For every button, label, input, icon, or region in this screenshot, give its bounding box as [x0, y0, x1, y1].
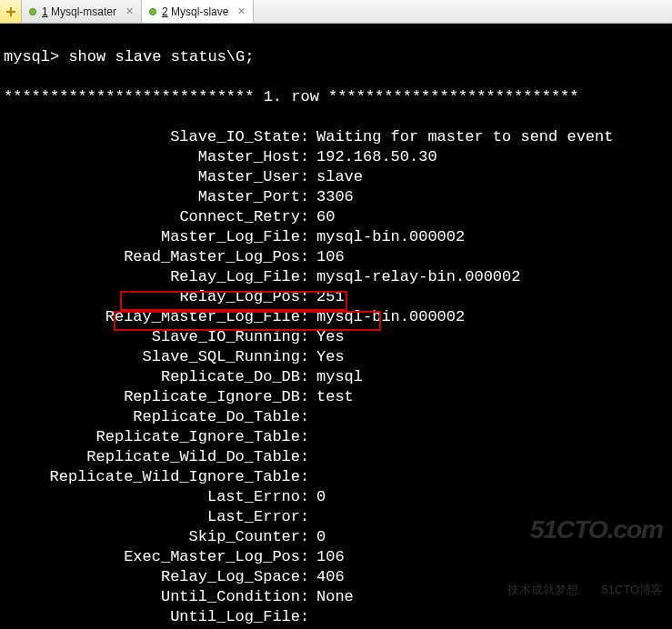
- close-icon[interactable]: ✕: [125, 5, 134, 17]
- field-value: [316, 427, 668, 447]
- field-value: [316, 507, 668, 527]
- status-row: Relay_Log_Space: 406: [4, 567, 668, 587]
- tab-label: Mysql-msater: [51, 5, 116, 18]
- status-row: Connect_Retry: 60: [4, 207, 668, 227]
- status-row: Replicate_Ignore_DB: test: [4, 387, 668, 407]
- field-key: Last_Error: [4, 507, 300, 527]
- field-value: 0: [316, 527, 668, 547]
- status-row: Master_Host: 192.168.50.30: [4, 147, 668, 167]
- status-row: Relay_Log_File: mysql-relay-bin.000002: [4, 267, 668, 287]
- field-value: [316, 447, 668, 467]
- field-key: Replicate_Do_DB: [4, 367, 300, 387]
- prompt: mysql>: [4, 48, 68, 65]
- field-value: test: [316, 387, 668, 407]
- field-key: Slave_IO_State: [4, 127, 300, 147]
- svg-rect-1: [6, 11, 15, 13]
- tab-mysql-master[interactable]: 1 Mysql-msater ✕: [22, 0, 142, 23]
- status-row: Replicate_Wild_Ignore_Table:: [4, 467, 668, 487]
- new-tab-button[interactable]: [0, 0, 22, 23]
- field-key: Replicate_Ignore_Table: [4, 427, 300, 447]
- terminal-output: mysql> show slave status\G; ************…: [0, 24, 672, 629]
- field-key: Slave_IO_Running: [4, 327, 300, 347]
- status-row: Relay_Master_Log_File: mysql-bin.000002: [4, 307, 668, 327]
- field-key: Master_Host: [4, 147, 300, 167]
- field-key: Relay_Log_File: [4, 267, 300, 287]
- field-value: Yes: [316, 327, 668, 347]
- field-key: Until_Log_File: [4, 607, 300, 627]
- status-row: Master_Port: 3306: [4, 187, 668, 207]
- status-row: Slave_SQL_Running: Yes: [4, 347, 668, 367]
- status-row: Master_Log_File: mysql-bin.000002: [4, 227, 668, 247]
- field-key: Exec_Master_Log_Pos: [4, 547, 300, 567]
- field-key: Replicate_Wild_Ignore_Table: [4, 467, 300, 487]
- field-value: Waiting for master to send event: [316, 127, 668, 147]
- status-dot-icon: [29, 8, 36, 15]
- field-value: slave: [316, 167, 668, 187]
- field-value: 3306: [316, 187, 668, 207]
- field-key: Read_Master_Log_Pos: [4, 247, 300, 267]
- field-key: Slave_SQL_Running: [4, 347, 300, 367]
- plus-icon: [5, 6, 16, 17]
- field-key: Replicate_Wild_Do_Table: [4, 447, 300, 467]
- row-separator: *************************** 1. row *****…: [4, 87, 668, 107]
- status-row: Replicate_Ignore_Table:: [4, 427, 668, 447]
- field-value: 106: [316, 247, 668, 267]
- field-value: None: [316, 587, 668, 607]
- field-value: mysql-bin.000002: [316, 227, 668, 247]
- tab-label: Mysql-slave: [171, 5, 228, 18]
- status-row: Skip_Counter: 0: [4, 527, 668, 547]
- status-row: Slave_IO_State: Waiting for master to se…: [4, 127, 668, 147]
- field-value: mysql: [316, 367, 668, 387]
- field-key: Master_Port: [4, 187, 300, 207]
- status-row: Until_Condition: None: [4, 587, 668, 607]
- field-value: mysql-relay-bin.000002: [316, 267, 668, 287]
- status-row: Until_Log_File:: [4, 607, 668, 627]
- field-key: Until_Condition: [4, 587, 300, 607]
- field-key: Replicate_Do_Table: [4, 407, 300, 427]
- field-value: 406: [316, 567, 668, 587]
- status-row: Replicate_Do_Table:: [4, 407, 668, 427]
- status-row: Slave_IO_Running: Yes: [4, 327, 668, 347]
- status-dot-icon: [149, 8, 156, 15]
- status-row: Master_User: slave: [4, 167, 668, 187]
- field-key: Connect_Retry: [4, 207, 300, 227]
- command-line: mysql> show slave status\G;: [4, 47, 668, 67]
- status-row: Last_Errno: 0: [4, 487, 668, 507]
- status-row: Exec_Master_Log_Pos: 106: [4, 547, 668, 567]
- field-key: Skip_Counter: [4, 527, 300, 547]
- command-text: show slave status\G;: [68, 48, 254, 65]
- field-value: 106: [316, 547, 668, 567]
- tab-index: 1: [42, 5, 48, 18]
- field-value: Yes: [316, 347, 668, 367]
- field-key: Replicate_Ignore_DB: [4, 387, 300, 407]
- field-key: Master_Log_File: [4, 227, 300, 247]
- field-value: 0: [316, 487, 668, 507]
- field-value: 192.168.50.30: [316, 147, 668, 167]
- tab-index: 2: [162, 5, 168, 18]
- status-row: Replicate_Do_DB: mysql: [4, 367, 668, 387]
- field-key: Relay_Master_Log_File: [4, 307, 300, 327]
- field-value: [316, 607, 668, 627]
- status-row: Relay_Log_Pos: 251: [4, 287, 668, 307]
- field-key: Relay_Log_Space: [4, 567, 300, 587]
- close-icon[interactable]: ✕: [237, 5, 246, 17]
- field-key: Master_User: [4, 167, 300, 187]
- field-value: mysql-bin.000002: [316, 307, 668, 327]
- status-row: Replicate_Wild_Do_Table:: [4, 447, 668, 467]
- tab-mysql-slave[interactable]: 2 Mysql-slave ✕: [142, 0, 254, 23]
- field-value: [316, 467, 668, 487]
- status-row: Read_Master_Log_Pos: 106: [4, 247, 668, 267]
- status-row: Last_Error:: [4, 507, 668, 527]
- field-value: 251: [316, 287, 668, 307]
- field-value: 60: [316, 207, 668, 227]
- field-value: [316, 407, 668, 427]
- tab-bar: 1 Mysql-msater ✕ 2 Mysql-slave ✕: [0, 0, 672, 24]
- field-key: Relay_Log_Pos: [4, 287, 300, 307]
- field-key: Last_Errno: [4, 487, 300, 507]
